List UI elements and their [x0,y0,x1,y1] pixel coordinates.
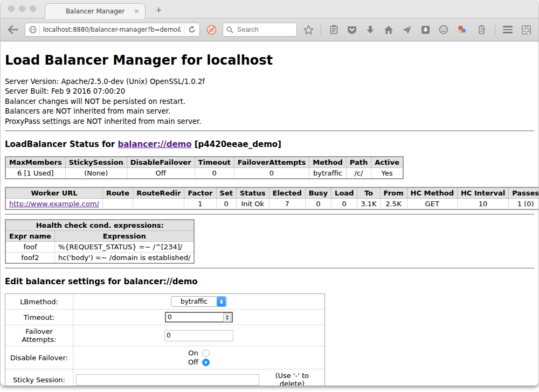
disable-failover-row: Disable Failover: On Off [5,346,325,369]
page-title: Load Balancer Manager for localhost [5,53,534,68]
search-input[interactable] [236,25,293,34]
pocket-icon [347,25,357,34]
toolbar-separator-2 [495,24,495,36]
back-button[interactable] [6,22,20,37]
health-check-table: Health check cond. expressions: Expr nam… [5,219,195,264]
tab-strip: Balancer Manager × + [1,0,538,18]
lbmethod-row: LBmethod: bytraffic [5,294,325,310]
failover-attempts-row: Failover Attempts: [5,325,325,346]
downloads-button[interactable] [363,22,377,37]
timeout-input[interactable] [166,313,223,321]
save-to-button[interactable] [418,22,432,37]
sticky-session-row: Sticky Session: (Use '-' to delete) [5,369,325,386]
hamburger-icon [503,26,513,27]
clipboard-icon [330,25,338,34]
extension-dots-button[interactable] [455,22,469,37]
sticky-session-hint: (Use '-' to delete) [262,372,322,386]
close-window-button[interactable] [8,5,15,12]
worker-row: http://www.example.com/ 1 0 Init Ok 7 0 … [5,199,538,210]
radio-off-row: Off [76,358,322,367]
radio-on-row: On [76,348,322,358]
download-arrow-icon [366,25,375,34]
worker-url-link[interactable]: http://www.example.com/ [9,200,99,208]
search-bar[interactable] [223,23,297,37]
section-divider [5,130,534,131]
failover-attempts-input[interactable] [164,330,233,341]
smiley-icon [439,25,448,34]
server-version-line: Server Version: Apache/2.5.0-dev (Unix) … [5,77,534,87]
globe-icon [29,25,37,34]
back-arrow-icon [8,25,18,34]
reload-icon [188,26,196,33]
timeout-field-wrap: ▲▼ [165,312,233,323]
radio-off-label: Off [188,358,198,367]
loadbalancer-status-heading: LoadBalancer Status for balancer://demo … [5,139,534,149]
identity-separator [39,25,40,34]
paper-plane-icon [402,25,412,34]
star-icon [303,25,314,34]
proxypass-note-line: ProxyPass settings are NOT inherited fro… [5,117,534,127]
notes-dropdown-caret-icon[interactable]: ▾ [483,27,485,32]
colored-dots-icon [457,25,467,34]
tab-balancer-manager[interactable]: Balancer Manager × [45,3,146,19]
box-download-icon [421,25,430,34]
new-tab-button[interactable]: + [153,4,165,16]
balancer-params-table: MaxMembers StickySession DisableFailover… [5,156,404,179]
notes-button[interactable]: ▾ [473,22,489,37]
table-title-row: Health check cond. expressions: [5,220,194,231]
table-row: foof %{REQUEST_STATUS} =~ /^[234]/ [5,242,194,253]
timeout-label: Timeout: [5,310,73,325]
health-table-title: Health check cond. expressions: [5,220,194,231]
toolbar-separator [321,24,321,36]
disable-failover-off-radio[interactable] [202,359,210,366]
sticky-session-label: Sticky Session: [5,369,73,386]
page-content: Load Balancer Manager for localhost Serv… [1,41,538,386]
section-divider [5,268,534,269]
lbmethod-label: LBmethod: [5,294,73,310]
lbmethod-select[interactable]: bytraffic [171,296,227,307]
table-header-row: Expr name Expression [5,231,194,242]
blocked-content-icon [206,25,217,35]
home-button[interactable] [382,22,396,37]
table-header-row: Worker URL Route RouteRedir Factor Set S… [5,187,538,199]
screenshot-extension-button[interactable] [519,22,533,37]
url-input[interactable] [42,26,182,33]
window-controls[interactable] [8,5,36,12]
server-built-line: Server Built: Feb 9 2016 07:00:20 [5,87,534,96]
tab-title: Balancer Manager [66,8,125,15]
disable-failover-on-radio[interactable] [202,349,210,357]
close-tab-icon[interactable]: × [134,7,140,15]
home-icon [384,25,393,34]
zoom-window-button[interactable] [30,5,36,12]
pocket-button[interactable] [345,22,359,37]
url-bar[interactable] [25,23,200,37]
bookmark-star-button[interactable] [301,22,315,37]
edit-balancer-form: LBmethod: bytraffic Timeout: ▲▼ [5,293,325,386]
reload-button[interactable] [186,22,197,37]
server-info: Server Version: Apache/2.5.0-dev (Unix) … [5,77,534,127]
chat-button[interactable] [437,22,451,37]
sticky-session-input[interactable] [76,374,259,386]
number-spinner-icon[interactable]: ▲▼ [223,313,231,322]
inherit-note-line: Balancers are NOT inherited from main se… [5,107,534,116]
radio-on-label: On [188,348,198,358]
pixel-grid-icon [521,25,531,35]
worker-table: Worker URL Route RouteRedir Factor Set S… [5,187,538,210]
minimize-window-button[interactable] [19,5,25,12]
persist-note-line: Balancer changes will NOT be persisted o… [5,97,534,107]
navigation-toolbar: ▾ [1,18,538,41]
disable-failover-label: Disable Failover: [5,346,73,369]
balancer-demo-link[interactable]: balancer://demo [118,139,191,149]
content-blocked-button[interactable] [204,22,218,37]
reload-separator [184,25,184,34]
select-stepper-icon [217,297,226,306]
menu-button[interactable] [501,22,515,37]
clipboard-button[interactable] [327,22,341,37]
edit-balancer-heading: Edit balancer settings for balancer://de… [5,277,534,286]
search-icon [226,26,233,33]
timeout-row: Timeout: ▲▼ [5,310,325,325]
send-tab-button[interactable] [400,22,414,37]
failover-attempts-label: Failover Attempts: [5,325,73,346]
table-row: foof2 hc('body') =~ /domain is establish… [5,253,194,264]
browser-window: Balancer Manager × + [1,0,538,386]
